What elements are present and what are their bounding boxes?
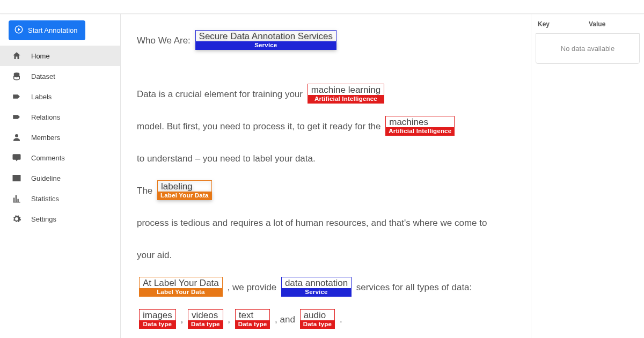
annotation-text: audio — [300, 309, 335, 321]
annotation-label: Label Your Data — [139, 288, 223, 297]
stats-icon — [12, 194, 21, 203]
start-annotation-button[interactable]: Start Annotation — [9, 20, 85, 40]
annotation-label: Service — [195, 41, 336, 50]
sidebar-item-labels[interactable]: Labels — [0, 86, 120, 107]
annotation-span[interactable]: audio Data type — [300, 309, 335, 329]
annotation-label: Artificial Intelligence — [308, 95, 384, 104]
annotation-text: machine learning — [308, 84, 384, 95]
annotation-span[interactable]: machines Artificial Intelligence — [385, 116, 455, 136]
annotation-document: Who We Are: Secure Data Annotation Servi… — [121, 14, 531, 338]
sidebar-item-label: Members — [31, 134, 60, 142]
sidebar-item-label: Comments — [31, 154, 65, 162]
comment-icon — [12, 153, 21, 163]
text-segment: your aid. — [137, 250, 172, 260]
annotation-span[interactable]: labeling Label Your Data — [157, 180, 212, 201]
annotation-text: machines — [385, 116, 455, 128]
sidebar-item-members[interactable]: Members — [0, 127, 120, 148]
annotation-label: Data type — [235, 320, 270, 329]
sidebar-item-label: Settings — [31, 215, 56, 223]
sidebar-item-label: Home — [31, 52, 50, 60]
annotation-label: Artificial Intelligence — [385, 127, 455, 136]
annotation-span[interactable]: At Label Your Data Label Your Data — [139, 277, 223, 297]
annotation-span[interactable]: data annotation Service — [281, 277, 352, 297]
annotation-span[interactable]: videos Data type — [188, 309, 223, 329]
annotation-label: Data type — [300, 320, 335, 329]
play-circle-icon — [14, 25, 24, 36]
text-segment: Who We Are: — [137, 35, 193, 46]
text-segment: , — [181, 314, 186, 325]
metadata-key-header: Key — [538, 20, 589, 28]
metadata-empty-state: No data available — [536, 33, 640, 64]
text-segment: to understand – you need to label your d… — [137, 153, 316, 164]
annotation-text: videos — [188, 309, 223, 321]
sidebar-item-label: Labels — [31, 93, 52, 101]
metadata-table-header: Key Value — [536, 18, 640, 33]
start-annotation-label: Start Annotation — [28, 26, 78, 34]
annotation-span[interactable]: text Data type — [235, 309, 270, 329]
sidebar-item-label: Statistics — [31, 195, 59, 203]
svg-point-2 — [15, 134, 18, 137]
label-icon — [12, 92, 21, 101]
annotation-span[interactable]: machine learning Artificial Intelligence — [308, 84, 384, 104]
text-segment: model. But first, you need to process it… — [137, 121, 383, 131]
text-segment: The — [137, 186, 155, 196]
top-bar — [0, 0, 644, 14]
text-segment: , — [228, 314, 232, 325]
annotation-text: labeling — [157, 180, 212, 192]
annotation-label: Data type — [139, 320, 176, 329]
annotation-text: images — [139, 309, 176, 321]
sidebar-item-statistics[interactable]: Statistics — [0, 188, 120, 209]
text-segment: , and — [275, 314, 298, 325]
sidebar-item-guideline[interactable]: Guideline — [0, 168, 120, 188]
annotation-text: data annotation — [281, 277, 352, 289]
annotation-label: Data type — [188, 320, 223, 329]
metadata-value-header: Value — [589, 20, 605, 28]
annotation-span[interactable]: images Data type — [139, 309, 176, 329]
sidebar-item-label: Relations — [31, 113, 60, 121]
label-icon — [12, 112, 21, 122]
text-segment: process is tedious and requires a lot of… — [137, 218, 487, 228]
annotation-text: Secure Data Annotation Services — [195, 30, 336, 42]
person-icon — [12, 133, 21, 142]
book-icon — [12, 173, 21, 183]
sidebar-item-relations[interactable]: Relations — [0, 107, 120, 127]
metadata-panel: Key Value No data available — [531, 14, 644, 338]
sidebar-item-settings[interactable]: Settings — [0, 209, 120, 229]
sidebar: Start Annotation Home Dataset Labels Rel… — [0, 14, 121, 338]
dataset-icon — [12, 71, 21, 81]
text-segment: . — [340, 314, 342, 325]
annotation-span[interactable]: Secure Data Annotation Services Service — [195, 30, 336, 50]
annotation-label: Service — [281, 288, 352, 297]
sidebar-item-home[interactable]: Home — [0, 46, 120, 66]
text-segment: , we provide — [228, 282, 279, 292]
gear-icon — [12, 214, 21, 224]
sidebar-item-label: Dataset — [31, 72, 55, 80]
sidebar-item-dataset[interactable]: Dataset — [0, 66, 120, 86]
annotation-text: At Label Your Data — [139, 277, 223, 289]
sidebar-item-label: Guideline — [31, 174, 61, 182]
text-segment: services for all types of data: — [356, 282, 472, 292]
annotation-label: Label Your Data — [157, 192, 212, 200]
annotation-text: text — [235, 309, 270, 321]
text-segment: Data is a crucial element for training y… — [137, 89, 305, 99]
home-icon — [12, 51, 21, 61]
sidebar-item-comments[interactable]: Comments — [0, 148, 120, 168]
